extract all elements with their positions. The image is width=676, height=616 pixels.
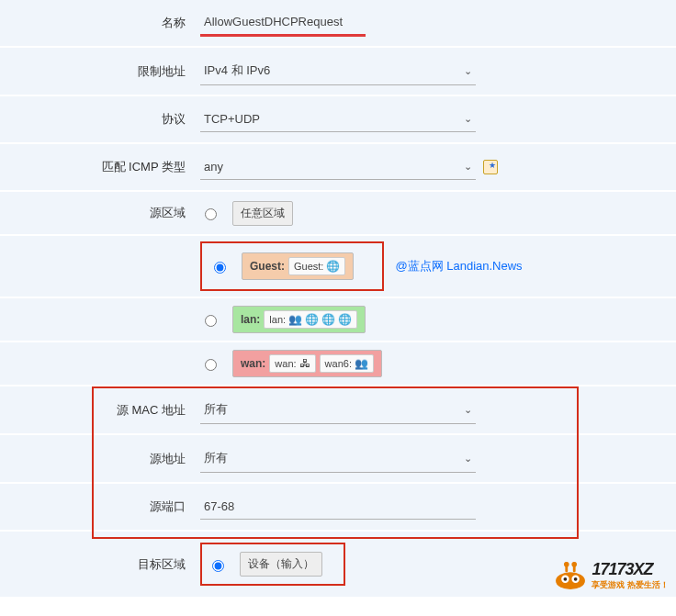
row-source-addr: 源地址 所有 ⌄ [0,435,676,482]
chevron-down-icon: ⌄ [464,65,472,77]
label-source-addr: 源地址 [0,451,200,467]
radio-any-zone[interactable] [205,208,217,220]
row-source-zone-wan: wan: wan: 🖧 wan6: 👥 [0,342,676,385]
radio-guest-zone[interactable] [214,262,226,274]
label-source-port: 源端口 [0,498,200,515]
icmp-type-select[interactable]: any ⌄ [200,154,476,180]
label-icmp-type: 匹配 ICMP 类型 [0,159,200,175]
name-input[interactable] [200,9,366,37]
iface-wan: wan: 🖧 [269,354,315,373]
watermark-main: 17173XZ [592,560,669,579]
restrict-addr-value: IPv4 和 IPv6 [204,62,270,79]
chevron-down-icon: ⌄ [464,404,472,416]
protocol-value: TCP+UDP [204,112,260,126]
protocol-select[interactable]: TCP+UDP ⌄ [200,106,476,132]
label-dest-zone: 目标区域 [0,556,200,573]
globe-icon: 🌐 [321,313,335,326]
zone-tag-guest: Guest: Guest: 🌐 [242,252,354,280]
svg-point-4 [572,562,578,567]
watermark-text: @蓝点网 Landian.News [395,258,522,274]
iface-guest: Guest: 🌐 [288,257,345,275]
zone-tag-wan: wan: wan: 🖧 wan6: 👥 [232,350,382,377]
globe-icon: 🌐 [326,260,340,273]
zone-lan-label: lan: [241,313,260,326]
watermark-sub: 享受游戏 热爱生活！ [592,579,669,591]
radio-lan-zone[interactable] [205,315,217,327]
row-source-zone-guest: Guest: Guest: 🌐 @蓝点网 Landian.News [0,236,676,297]
zone-guest-label: Guest: [250,260,285,273]
zone-tag-lan: lan: lan: 👥 🌐 🌐 🌐 [232,306,366,333]
chevron-down-icon: ⌄ [464,453,472,465]
row-restrict-addr: 限制地址 IPv4 和 IPv6 ⌄ [0,48,676,95]
zone-tag-any: 任意区域 [232,201,293,226]
svg-point-7 [564,577,568,581]
label-source-zone: 源区域 [0,205,200,221]
row-source-port: 源端口 [0,484,676,530]
icmp-type-value: any [204,160,223,174]
mascot-icon [553,562,588,589]
watermark-logo: 17173XZ 享受游戏 热爱生活！ [553,560,669,591]
row-source-mac: 源 MAC 地址 所有 ⌄ [0,386,676,433]
bridge-icon: 👥 [355,357,368,370]
row-icmp-type: 匹配 ICMP 类型 any ⌄ [0,144,676,190]
zone-tag-device: 设备（输入） [240,552,322,577]
row-source-zone-lan: lan: lan: 👥 🌐 🌐 🌐 [0,298,676,341]
svg-point-3 [564,562,569,567]
globe-icon: 🌐 [305,313,319,326]
radio-wan-zone[interactable] [205,359,217,371]
source-addr-value: 所有 [204,450,228,466]
source-mac-select[interactable]: 所有 ⌄ [200,396,476,424]
label-protocol: 协议 [0,111,200,128]
source-params-group: 源 MAC 地址 所有 ⌄ 源地址 所有 ⌄ 源端口 [0,386,676,530]
chevron-down-icon: ⌄ [464,113,472,125]
ethernet-icon: 🖧 [299,357,310,370]
category-icon[interactable] [483,160,498,174]
globe-icon: 🌐 [338,313,352,326]
source-zone-group: 源区域 任意区域 Guest: Guest: 🌐 @蓝点网 Landian. [0,192,676,385]
source-mac-value: 所有 [204,401,228,418]
row-name: 名称 [0,0,676,46]
source-port-input[interactable] [200,494,476,520]
iface-wan6: wan6: 👥 [320,354,374,373]
row-protocol: 协议 TCP+UDP ⌄ [0,96,676,142]
label-restrict-addr: 限制地址 [0,63,200,80]
radio-device-input[interactable] [212,560,224,572]
iface-lan: lan: 👥 🌐 🌐 🌐 [264,310,357,329]
zone-wan-label: wan: [241,357,265,370]
label-source-mac: 源 MAC 地址 [0,402,200,419]
restrict-addr-select[interactable]: IPv4 和 IPv6 ⌄ [200,57,476,85]
bridge-icon: 👥 [288,313,302,326]
chevron-down-icon: ⌄ [464,161,472,173]
row-source-zone-any: 源区域 任意区域 [0,192,676,234]
source-addr-select[interactable]: 所有 ⌄ [200,444,476,473]
label-name: 名称 [0,15,200,31]
svg-point-8 [574,577,578,581]
svg-point-0 [557,572,586,589]
